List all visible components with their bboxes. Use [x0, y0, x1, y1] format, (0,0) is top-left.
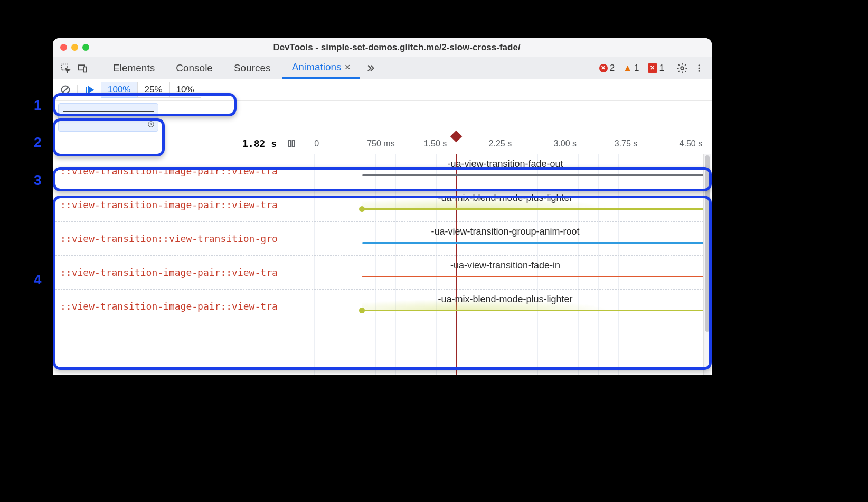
animation-group-preview[interactable] [58, 103, 158, 132]
svg-rect-12 [289, 141, 291, 147]
play-pause-icon[interactable] [82, 82, 97, 97]
callout-label-3: 3 [34, 172, 41, 189]
inspect-icon[interactable] [58, 61, 73, 76]
ruler-tick: 1.50 s [424, 139, 447, 148]
track-animation-name: -ua-view-transition-fade-in [306, 260, 704, 271]
track-duration-bar[interactable] [362, 310, 704, 311]
track-selector-label[interactable]: ::view-transition-image-pair::view-tra [53, 267, 306, 278]
devtools-window: DevTools - simple-set-demos.glitch.me/2-… [53, 38, 712, 375]
vertical-scrollbar[interactable] [703, 154, 711, 375]
tab-animations[interactable]: Animations × [282, 57, 360, 79]
svg-point-5 [699, 67, 700, 69]
track-duration-bar[interactable] [362, 208, 704, 210]
timeline-ruler[interactable]: 1.82 s 0750 ms1.50 s2.25 s3.00 s3.75 s4.… [53, 133, 712, 154]
track-lane[interactable]: -ua-view-transition-fade-out [306, 154, 704, 188]
issue-icon: ✕ [648, 63, 657, 73]
track-duration-bar[interactable] [362, 174, 704, 176]
svg-marker-10 [89, 87, 93, 93]
warning-icon: ▲ [623, 63, 632, 73]
tab-elements[interactable]: Elements [103, 57, 164, 79]
clear-icon[interactable] [58, 82, 73, 97]
svg-point-4 [699, 64, 700, 66]
svg-point-6 [699, 70, 700, 71]
svg-point-3 [681, 67, 684, 70]
animation-track[interactable]: ::view-transition-image-pair::view-tra-u… [53, 290, 712, 323]
close-window-button[interactable] [60, 44, 67, 51]
more-menu-icon[interactable] [692, 61, 706, 76]
maximize-window-button[interactable] [82, 44, 89, 51]
more-tabs-icon[interactable] [362, 61, 377, 76]
current-time: 1.82 s [242, 138, 277, 149]
settings-icon[interactable] [675, 61, 690, 76]
panel-tabbar: Elements Console Sources Animations × ✕ … [53, 57, 712, 79]
ruler-tick: 3.00 s [553, 139, 577, 148]
pause-icon[interactable] [284, 136, 299, 151]
ruler-info: 1.82 s [53, 136, 306, 151]
clock-icon [147, 120, 155, 129]
issue-count[interactable]: ✕ 1 [648, 63, 664, 73]
animation-controls: 100% 25% 10% [53, 79, 712, 100]
callout-label-4: 4 [34, 272, 41, 288]
error-icon: ✕ [599, 64, 608, 72]
track-lane[interactable]: -ua-mix-blend-mode-plus-lighter [306, 188, 704, 221]
svg-rect-2 [84, 67, 87, 72]
track-duration-bar[interactable] [362, 276, 704, 277]
animation-track[interactable]: ::view-transition::view-transition-gro-u… [53, 222, 712, 256]
separator [77, 85, 78, 95]
track-selector-label[interactable]: ::view-transition-image-pair::view-tra [53, 301, 306, 312]
track-lane[interactable]: -ua-mix-blend-mode-plus-lighter [306, 290, 704, 323]
animations-panel: 100% 25% 10% 1.82 s 0750 ms1.5 [53, 79, 712, 375]
track-animation-name: -ua-view-transition-fade-out [306, 159, 704, 170]
animation-tracks: ::view-transition-image-pair::view-tra-u… [53, 154, 712, 375]
speed-25-button[interactable]: 25% [137, 82, 169, 98]
animation-buffer [53, 100, 712, 133]
error-count[interactable]: ✕ 2 [599, 63, 615, 73]
speed-100-button[interactable]: 100% [101, 82, 137, 98]
ruler-tick: 2.25 s [489, 139, 512, 148]
track-selector-label[interactable]: ::view-transition-image-pair::view-tra [53, 165, 306, 176]
callout-label-1: 1 [34, 97, 41, 114]
tab-animations-label: Animations [292, 61, 342, 73]
speed-10-button[interactable]: 10% [169, 82, 201, 98]
ruler-tick: 750 ms [367, 139, 394, 148]
titlebar: DevTools - simple-set-demos.glitch.me/2-… [53, 38, 712, 57]
track-animation-name: -ua-view-transition-group-anim-root [306, 226, 704, 237]
scrollbar-thumb[interactable] [705, 155, 710, 332]
track-animation-name: -ua-mix-blend-mode-plus-lighter [306, 192, 704, 203]
minimize-window-button[interactable] [71, 44, 78, 51]
svg-rect-13 [293, 141, 295, 147]
tab-sources[interactable]: Sources [224, 57, 280, 79]
ruler-ticks[interactable]: 0750 ms1.50 s2.25 s3.00 s3.75 s4.50 s [306, 133, 712, 154]
track-selector-label[interactable]: ::view-transition::view-transition-gro [53, 233, 306, 244]
svg-line-8 [63, 87, 68, 92]
track-lane[interactable]: -ua-view-transition-group-anim-root [306, 222, 704, 255]
animation-track[interactable]: ::view-transition-image-pair::view-tra-u… [53, 188, 712, 222]
ruler-tick: 0 [314, 139, 319, 148]
track-selector-label[interactable]: ::view-transition-image-pair::view-tra [53, 199, 306, 210]
track-lane[interactable]: -ua-view-transition-fade-in [306, 256, 704, 289]
window-title: DevTools - simple-set-demos.glitch.me/2-… [89, 42, 704, 53]
ruler-tick: 3.75 s [615, 139, 638, 148]
track-animation-name: -ua-mix-blend-mode-plus-lighter [306, 294, 704, 305]
close-tab-icon[interactable]: × [345, 61, 351, 73]
animation-track[interactable]: ::view-transition-image-pair::view-tra-u… [53, 256, 712, 290]
device-toolbar-icon[interactable] [75, 61, 90, 76]
callout-label-2: 2 [34, 134, 41, 151]
tab-console[interactable]: Console [166, 57, 222, 79]
animation-track[interactable]: ::view-transition-image-pair::view-tra-u… [53, 154, 712, 188]
playback-speed-group: 100% 25% 10% [101, 82, 201, 98]
warning-count[interactable]: ▲ 1 [623, 63, 639, 73]
ruler-tick: 4.50 s [680, 139, 703, 148]
track-duration-bar[interactable] [362, 242, 704, 244]
window-controls [60, 44, 89, 51]
